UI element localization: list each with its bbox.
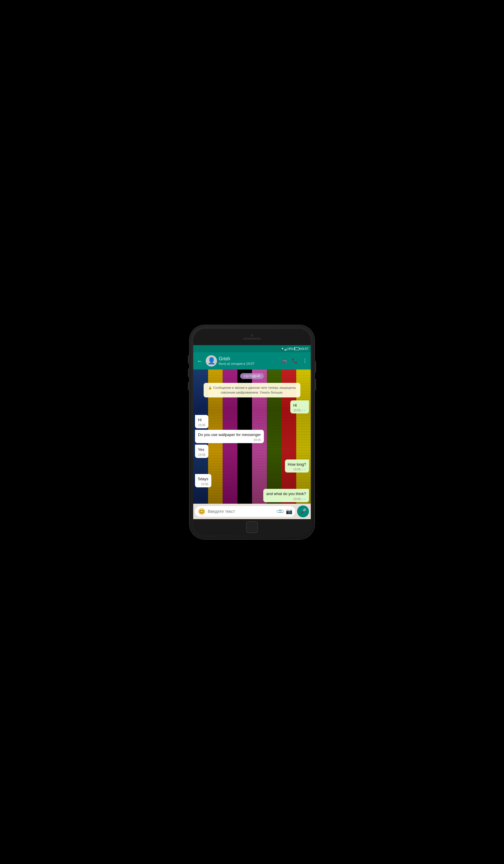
- message-time: 19:06: [293, 467, 301, 471]
- message-row: Hi 19:05: [195, 415, 309, 428]
- message-row: Yes 19:06: [195, 445, 309, 458]
- contact-name: Grish: [219, 356, 278, 361]
- camera-button[interactable]: 📷: [286, 508, 292, 515]
- video-call-button[interactable]: 📹: [280, 357, 288, 365]
- battery-percent: 8%: [288, 347, 293, 350]
- message-time: 19:05: [198, 423, 205, 427]
- chat-area: СЕГОДНЯ 🔒 Сообщения и звонки в данном ча…: [193, 370, 311, 504]
- message-time: 19:06: [201, 482, 208, 486]
- emoji-button[interactable]: 😊: [198, 508, 205, 515]
- message-time: 19:05: [253, 438, 261, 442]
- message-footer: 19:05 ✓✓: [293, 408, 306, 412]
- message-text: 5days: [198, 477, 208, 481]
- read-receipts: ✓✓: [301, 497, 306, 501]
- message-time: 19:06: [293, 497, 301, 501]
- voice-call-button[interactable]: 📞: [291, 357, 299, 365]
- message-text: Yes: [198, 447, 204, 452]
- encryption-text: 🔒 Сообщения и звонки в данном чате тепер…: [208, 386, 296, 394]
- message-bubble: Do you use wallpaper for messenger 19:05: [195, 430, 264, 443]
- input-area: 😊 📎 📷 🎤: [193, 504, 311, 519]
- read-receipts: ✓✓: [301, 467, 306, 471]
- front-camera: [251, 334, 253, 337]
- message-bubble: Yes 19:06: [195, 445, 208, 458]
- message-row: How long? 19:06 ✓✓: [195, 459, 309, 473]
- contact-info[interactable]: Grish был(-а) сегодня в 19:07: [219, 356, 278, 365]
- message-footer: 19:06 ✓✓: [266, 497, 306, 501]
- mic-button[interactable]: 🎤: [297, 505, 309, 517]
- clock: 19:07: [300, 347, 308, 350]
- person-icon: 👤: [207, 357, 216, 365]
- message-text: Hi: [293, 403, 297, 408]
- message-text: How long?: [288, 462, 306, 467]
- message-time: 19:05: [293, 408, 301, 412]
- contact-avatar[interactable]: 👤: [206, 355, 217, 367]
- message-row: Hi 19:05 ✓✓: [195, 400, 309, 414]
- message-text: Do you use wallpaper for messenger: [198, 432, 261, 437]
- messages-list: СЕГОДНЯ 🔒 Сообщения и звонки в данном ча…: [193, 370, 311, 504]
- earpiece-speaker: [243, 338, 261, 339]
- bottom-bezel: [193, 519, 311, 536]
- message-text: Hi: [198, 418, 202, 422]
- read-receipts: ✓✓: [301, 408, 306, 412]
- message-footer: 19:05: [198, 438, 261, 442]
- message-row: 5days 19:06: [195, 474, 309, 487]
- battery-icon: [294, 347, 299, 350]
- top-bezel: [193, 329, 311, 345]
- message-text: and what do you think?: [266, 492, 306, 496]
- attach-button[interactable]: 📎: [275, 507, 285, 516]
- message-bubble: Hi 19:05 ✓✓: [290, 400, 309, 414]
- home-button[interactable]: [246, 521, 258, 533]
- wifi-icon: ▾: [282, 347, 284, 350]
- message-bubble: How long? 19:06 ✓✓: [285, 459, 309, 473]
- screen-content: ▾ 8% 19:07 ← 👤: [193, 345, 311, 519]
- status-icons: ▾ 8% 19:07: [282, 347, 308, 350]
- signal-bars: [284, 347, 288, 350]
- phone-screen: ▾ 8% 19:07 ← 👤: [193, 329, 311, 536]
- encryption-notice[interactable]: 🔒 Сообщения и звонки в данном чате тепер…: [204, 383, 300, 397]
- app-bar: ← 👤 Grish был(-а) сегодня в 19:07 📹 📞 ⋮: [193, 352, 311, 370]
- message-bubble: 5days 19:06: [195, 474, 211, 487]
- message-time: 19:06: [198, 453, 205, 457]
- message-footer: 19:06: [198, 482, 208, 486]
- more-options-button[interactable]: ⋮: [301, 357, 308, 365]
- message-row: and what do you think? 19:06 ✓✓: [195, 489, 309, 502]
- message-row: Do you use wallpaper for messenger 19:05: [195, 430, 309, 443]
- message-bubble: Hi 19:05: [195, 415, 208, 428]
- message-footer: 19:05: [198, 423, 205, 427]
- message-bubble: and what do you think? 19:06 ✓✓: [263, 489, 309, 502]
- app-bar-actions: 📹 📞 ⋮: [280, 357, 308, 365]
- status-bar: ▾ 8% 19:07: [193, 345, 311, 352]
- message-footer: 19:06 ✓✓: [288, 467, 306, 471]
- phone-device: ▾ 8% 19:07 ← 👤: [190, 325, 314, 539]
- back-button[interactable]: ←: [196, 357, 204, 365]
- contact-status: был(-а) сегодня в 19:07: [219, 362, 278, 366]
- message-input[interactable]: [208, 509, 275, 514]
- date-badge: СЕГОДНЯ: [240, 373, 264, 379]
- message-footer: 19:06: [198, 453, 205, 457]
- mic-icon: 🎤: [300, 508, 306, 515]
- message-input-wrapper: 😊 📎 📷: [195, 506, 295, 517]
